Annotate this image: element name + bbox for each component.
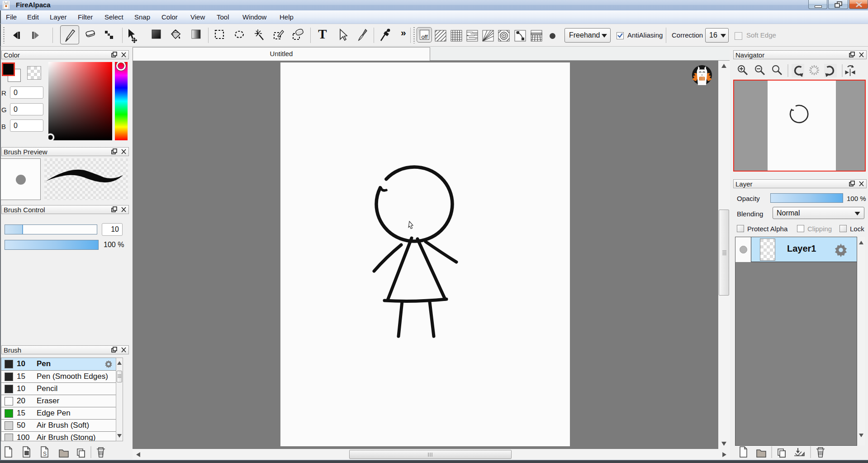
svg-text:S: S xyxy=(43,451,47,457)
